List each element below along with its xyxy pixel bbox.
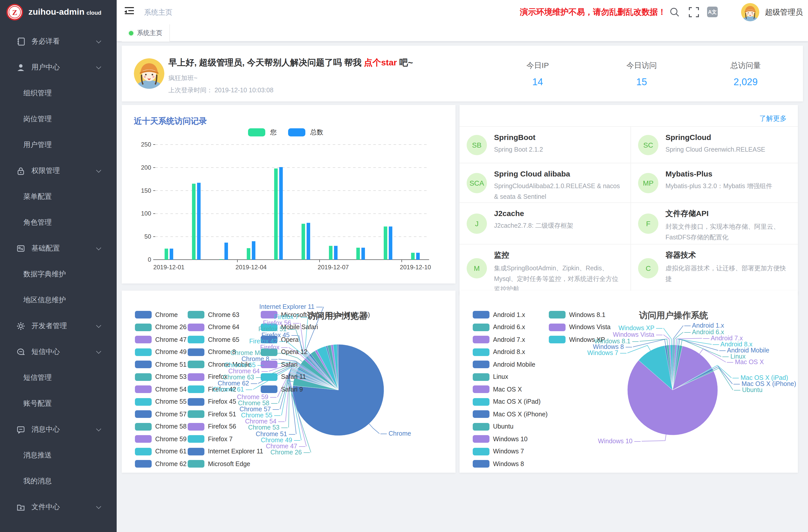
legend-item[interactable]: Chrome 54 <box>135 385 187 393</box>
sidebar-item[interactable]: 基础配置 <box>0 235 117 261</box>
legend-item[interactable]: Chrome 64 <box>188 323 239 331</box>
tech-item[interactable]: MPMybatis-PlusMybatis-plus 3.2.0：Mybatis… <box>630 163 798 202</box>
tab-home[interactable]: 系统主页 <box>122 24 170 41</box>
bar[interactable] <box>416 253 420 260</box>
sidebar-item[interactable]: 开发者管理 <box>0 313 117 339</box>
legend-item[interactable]: Chrome 51 <box>135 361 187 368</box>
legend-item[interactable]: Chrome 8 <box>188 348 236 356</box>
legend-item[interactable]: Chrome 65 <box>188 336 239 343</box>
legend-item[interactable]: Windows 8.1 <box>549 311 605 318</box>
legend-item[interactable]: Windows 10 <box>473 435 528 443</box>
legend-item[interactable]: Chrome 53 <box>135 373 187 381</box>
sidebar-subitem[interactable]: 用户管理 <box>0 132 117 158</box>
bar[interactable] <box>356 248 360 260</box>
bar[interactable] <box>219 259 223 260</box>
legend-item[interactable]: Microsoft Edge <box>188 460 250 467</box>
tech-item[interactable]: SBSpringBootSpring Boot 2.1.2 <box>460 126 630 163</box>
sidebar-subitem[interactable]: 角色管理 <box>0 209 117 235</box>
legend-item[interactable]: Internet Explorer 11 <box>188 447 263 455</box>
sidebar-item[interactable]: 用户中心 <box>0 54 117 80</box>
legend-item[interactable]: Chrome 63 <box>188 311 239 318</box>
legend-item[interactable]: Firefox 56 <box>188 423 236 430</box>
sidebar-item[interactable]: 消息中心 <box>0 416 117 442</box>
bar[interactable] <box>384 226 387 260</box>
breadcrumb[interactable]: 系统主页 <box>144 0 172 24</box>
sidebar-collapse-icon[interactable] <box>125 7 134 15</box>
bar[interactable] <box>165 249 168 260</box>
legend-item[interactable]: Android 1.x <box>473 311 525 318</box>
legend-item[interactable]: Chrome <box>135 311 178 318</box>
legend-item[interactable]: Android 8.x <box>473 348 525 356</box>
language-icon[interactable]: A文 <box>707 6 718 17</box>
tech-item[interactable]: M监控集成SpringBootAdmin、Zipkin、Redis、Mysql、… <box>460 244 630 292</box>
bar[interactable] <box>329 246 332 260</box>
legend-item[interactable]: Chrome 26 <box>135 323 187 331</box>
bar[interactable] <box>334 246 337 260</box>
sidebar-subitem[interactable]: 组织管理 <box>0 80 117 106</box>
legend-item[interactable]: Chrome 49 <box>135 348 187 356</box>
sidebar-subitem[interactable]: 账号配置 <box>0 390 117 416</box>
sidebar-subitem[interactable]: 消息推送 <box>0 442 117 468</box>
bar[interactable] <box>252 241 255 260</box>
bar[interactable] <box>411 253 415 260</box>
bar[interactable] <box>192 184 196 260</box>
legend-item[interactable]: Mac OS X (iPad) <box>473 398 541 405</box>
tech-item[interactable]: C容器技术虚拟化容器技术，让迁移、部署更加方便快捷 <box>630 244 798 292</box>
legend-item[interactable]: Firefox 51 <box>188 410 236 418</box>
legend-item[interactable]: Chrome 57 <box>135 410 187 418</box>
sidebar-subitem[interactable]: 岗位管理 <box>0 106 117 132</box>
legend-item[interactable]: Firefox 45 <box>188 398 236 405</box>
sidebar-subitem[interactable]: 地区信息维护 <box>0 287 117 313</box>
legend-item[interactable]: Chrome 59 <box>135 435 187 443</box>
bar[interactable] <box>197 183 201 260</box>
logo[interactable]: Z zuihou-admincloud <box>0 0 117 24</box>
bar[interactable] <box>301 224 305 260</box>
legend-item[interactable]: Android 7.x <box>473 336 525 343</box>
legend-item[interactable]: Chrome 62 <box>135 460 187 467</box>
bar[interactable] <box>279 167 283 260</box>
legend-item[interactable]: Firefox <box>188 373 227 381</box>
legend-item[interactable]: Mac OS X <box>473 385 522 393</box>
legend-item[interactable]: Android Mobile <box>473 361 535 368</box>
legend-item[interactable]: Android 6.x <box>473 323 525 331</box>
tech-item[interactable]: F文件存储API封装文件接口，实现本地存储、阿里云、FastDFS存储的配置化 <box>630 202 798 244</box>
sidebar-subitem[interactable]: 我的消息 <box>0 468 117 494</box>
bar[interactable] <box>224 243 228 260</box>
username[interactable]: 超级管理员 <box>765 0 803 24</box>
legend-item[interactable]: Chrome 47 <box>135 336 187 343</box>
bar[interactable] <box>389 226 392 260</box>
legend-item[interactable]: Ubuntu <box>473 423 514 430</box>
bar[interactable] <box>274 168 278 260</box>
tech-item-title: SpringBoot <box>494 133 623 142</box>
search-icon[interactable] <box>669 6 680 18</box>
bar[interactable] <box>362 248 365 260</box>
legend-item[interactable]: Mac OS X (iPhone) <box>473 410 548 418</box>
sidebar-subitem[interactable]: 菜单配置 <box>0 184 117 209</box>
legend-item[interactable]: Windows Vista <box>549 323 611 331</box>
bar[interactable] <box>307 223 310 260</box>
tech-item[interactable]: SCSpringCloudSpring Cloud Greenwich.RELE… <box>630 126 798 163</box>
sidebar-item[interactable]: 权限管理 <box>0 158 117 184</box>
legend-item[interactable]: Windows 7 <box>473 447 524 455</box>
star-link[interactable]: 点个star <box>364 58 397 68</box>
avatar[interactable] <box>741 3 759 21</box>
tech-item[interactable]: JJ2cacheJ2cache2.7.8: 二级缓存框架 <box>460 202 630 244</box>
sidebar-subitem[interactable]: 短信管理 <box>0 365 117 390</box>
legend-item[interactable]: Chrome 55 <box>135 398 187 405</box>
legend-item[interactable]: Chrome 58 <box>135 423 187 430</box>
learn-more-link[interactable]: 了解更多 <box>759 114 787 123</box>
sidebar-subitem[interactable]: 数据字典维护 <box>0 261 117 287</box>
sidebar-item[interactable]: 务必详看 <box>0 29 117 54</box>
bar[interactable] <box>170 249 173 260</box>
legend-item[interactable]: Windows 8 <box>473 460 524 467</box>
sidebar-item[interactable]: 短信中心 <box>0 339 117 365</box>
legend-item[interactable]: Chrome 61 <box>135 447 187 455</box>
legend-item[interactable]: Safari 9 <box>261 385 303 393</box>
fullscreen-icon[interactable] <box>688 6 699 18</box>
tech-item[interactable]: SCASpring Cloud alibabaSpringCloudAlibab… <box>460 163 630 202</box>
bar[interactable] <box>247 248 250 260</box>
menu-label: 数据字典维护 <box>23 270 66 279</box>
legend-item[interactable]: Linux <box>473 373 508 381</box>
sidebar-item[interactable]: 文件中心 <box>0 494 117 520</box>
legend-item[interactable]: Firefox 7 <box>188 435 233 443</box>
